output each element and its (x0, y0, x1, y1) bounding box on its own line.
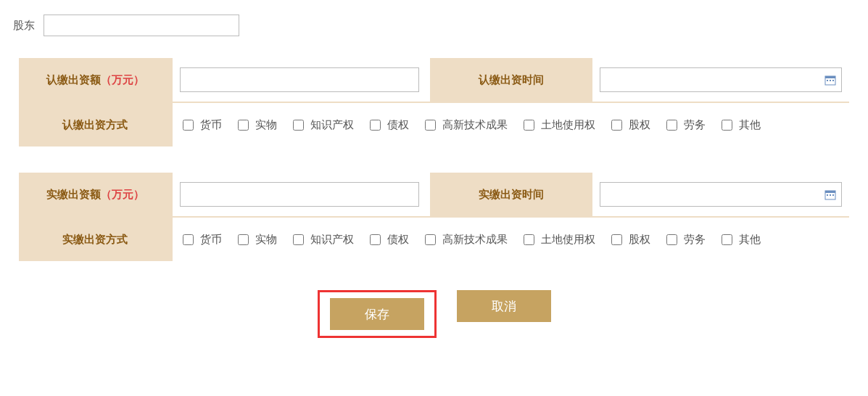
subscribed-opt-ip[interactable]: 知识产权 (290, 117, 354, 133)
subscribed-time-input[interactable] (600, 67, 843, 92)
checkbox[interactable] (238, 120, 249, 131)
paid-opt-equity[interactable]: 股权 (608, 232, 650, 247)
subscribed-method-label: 认缴出资方式 (19, 103, 171, 147)
checkbox[interactable] (183, 234, 194, 245)
opt-label: 其他 (739, 233, 761, 247)
paid-opt-ip[interactable]: 知识产权 (290, 232, 354, 247)
checkbox[interactable] (666, 120, 677, 131)
paid-opt-hitech[interactable]: 高新技术成果 (422, 232, 508, 247)
checkbox[interactable] (238, 234, 249, 245)
checkbox[interactable] (293, 120, 304, 131)
subscribed-amount-input[interactable] (180, 67, 419, 92)
paid-time-label: 实缴出资时间 (431, 173, 591, 216)
subscribed-amount-label: 认缴出资额（万元） (19, 58, 171, 102)
paid-method-label: 实缴出资方式 (19, 218, 171, 261)
subscribed-section: 认缴出资额（万元） 认缴出资时间 认缴出资方式 货币 实物 知识产权 债权 高新… (19, 58, 849, 147)
paid-amount-input[interactable] (180, 182, 419, 207)
checkbox[interactable] (666, 234, 677, 245)
checkbox[interactable] (611, 120, 622, 131)
shareholder-row: 股东 (13, 15, 858, 36)
opt-label: 劳务 (684, 233, 706, 247)
subscribed-opt-debt[interactable]: 债权 (367, 117, 409, 133)
opt-label: 债权 (387, 118, 409, 132)
paid-method-options: 货币 实物 知识产权 债权 高新技术成果 土地使用权 股权 劳务 其他 (173, 218, 849, 261)
subscribed-opt-labor[interactable]: 劳务 (664, 117, 706, 133)
subscribed-time-cell (592, 58, 850, 102)
subscribed-method-options: 货币 实物 知识产权 债权 高新技术成果 土地使用权 股权 劳务 其他 (173, 103, 849, 147)
paid-amount-unit: （万元） (101, 188, 144, 202)
checkbox[interactable] (370, 234, 381, 245)
paid-opt-currency[interactable]: 货币 (180, 232, 222, 247)
paid-amount-label: 实缴出资额（万元） (19, 173, 171, 216)
paid-amount-cell (173, 173, 430, 216)
checkbox[interactable] (425, 234, 436, 245)
subscribed-opt-hitech[interactable]: 高新技术成果 (422, 117, 508, 133)
shareholder-label: 股东 (13, 19, 35, 33)
checkbox[interactable] (293, 234, 304, 245)
shareholder-input[interactable] (44, 15, 239, 36)
opt-label: 债权 (387, 233, 409, 247)
subscribed-opt-equity[interactable]: 股权 (608, 117, 650, 133)
paid-opt-labor[interactable]: 劳务 (664, 232, 706, 247)
paid-opt-debt[interactable]: 债权 (367, 232, 409, 247)
opt-label: 货币 (200, 233, 222, 247)
checkbox[interactable] (611, 234, 622, 245)
paid-opt-material[interactable]: 实物 (235, 232, 277, 247)
paid-time-input[interactable] (600, 182, 843, 207)
paid-time-cell (592, 173, 850, 216)
subscribed-opt-other[interactable]: 其他 (719, 117, 761, 133)
subscribed-amount-cell (173, 58, 430, 102)
paid-opt-other[interactable]: 其他 (719, 232, 761, 247)
checkbox[interactable] (425, 120, 436, 131)
opt-label: 劳务 (684, 118, 706, 132)
subscribed-amount-label-text: 认缴出资额 (46, 73, 101, 87)
opt-label: 土地使用权 (541, 118, 595, 132)
opt-label: 知识产权 (310, 118, 354, 132)
opt-label: 土地使用权 (541, 233, 595, 247)
checkbox[interactable] (524, 234, 534, 245)
paid-opt-land[interactable]: 土地使用权 (521, 232, 595, 247)
subscribed-opt-land[interactable]: 土地使用权 (521, 117, 595, 133)
checkbox[interactable] (183, 120, 194, 131)
opt-label: 知识产权 (310, 233, 354, 247)
opt-label: 股权 (629, 233, 650, 247)
checkbox[interactable] (722, 120, 732, 131)
opt-label: 高新技术成果 (442, 118, 508, 132)
cancel-button[interactable]: 取消 (457, 290, 551, 322)
opt-label: 其他 (739, 118, 761, 132)
opt-label: 高新技术成果 (442, 233, 508, 247)
checkbox[interactable] (524, 120, 534, 131)
save-highlight-box: 保存 (318, 290, 437, 338)
checkbox[interactable] (370, 120, 381, 131)
subscribed-opt-material[interactable]: 实物 (235, 117, 277, 133)
opt-label: 股权 (629, 118, 650, 132)
paid-section: 实缴出资额（万元） 实缴出资时间 实缴出资方式 货币 实物 知识产权 债权 高新… (19, 173, 849, 261)
subscribed-amount-unit: （万元） (101, 73, 144, 87)
opt-label: 实物 (255, 233, 277, 247)
subscribed-time-label: 认缴出资时间 (431, 58, 591, 102)
opt-label: 货币 (200, 118, 222, 132)
button-row: 保存 取消 (10, 290, 858, 338)
save-button[interactable]: 保存 (330, 298, 424, 330)
paid-amount-label-text: 实缴出资额 (46, 188, 101, 202)
opt-label: 实物 (255, 118, 277, 132)
checkbox[interactable] (722, 234, 732, 245)
subscribed-opt-currency[interactable]: 货币 (180, 117, 222, 133)
